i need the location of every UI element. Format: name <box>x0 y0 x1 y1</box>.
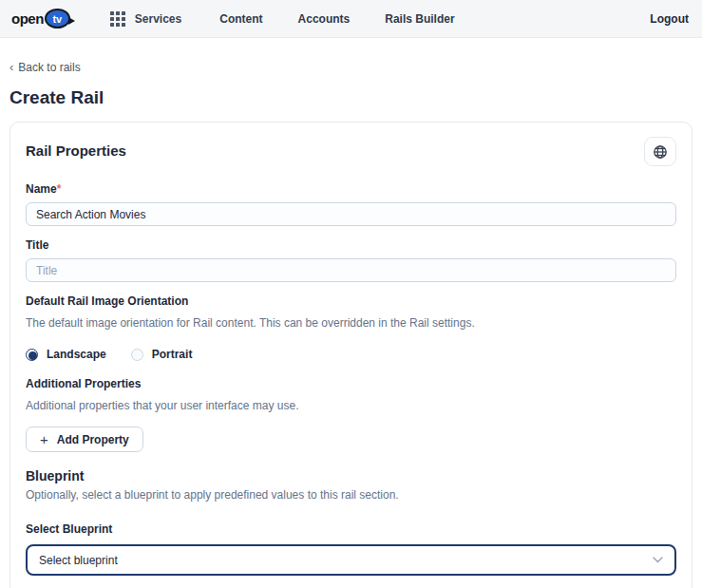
top-navbar: open tv Services Content Accounts Rails … <box>0 0 702 38</box>
localization-button[interactable] <box>644 137 676 166</box>
services-menu[interactable]: Services <box>110 11 181 27</box>
back-to-rails-link[interactable]: ‹ Back to rails <box>9 60 81 74</box>
additional-properties-label: Additional Properties <box>26 377 676 390</box>
nav-item-accounts[interactable]: Accounts <box>298 12 351 26</box>
blueprint-section-title: Blueprint <box>26 468 676 484</box>
select-blueprint-label: Select Blueprint <box>26 522 676 536</box>
additional-properties-description: Additional properties that your user int… <box>26 399 676 412</box>
radio-circle-icon <box>26 349 38 361</box>
name-label-text: Name <box>26 182 57 196</box>
radio-landscape[interactable]: Landscape <box>26 348 106 361</box>
chevron-down-icon <box>653 557 663 563</box>
logo-text-tv: tv <box>52 13 62 25</box>
opentv-logo[interactable]: open tv <box>11 9 70 28</box>
orientation-description: The default image orientation for Rail c… <box>26 316 676 330</box>
plus-icon: + <box>40 432 48 446</box>
nav-item-content[interactable]: Content <box>219 12 262 26</box>
back-link-label: Back to rails <box>18 61 80 74</box>
apps-grid-icon <box>110 11 125 27</box>
services-label: Services <box>135 12 181 26</box>
orientation-label: Default Rail Image Orientation <box>26 294 676 308</box>
globe-icon <box>653 144 668 160</box>
card-header: Rail Properties <box>26 137 676 166</box>
logo-tv-badge: tv <box>45 9 70 28</box>
chevron-left-icon: ‹ <box>9 60 13 74</box>
title-input[interactable] <box>26 258 676 282</box>
blueprint-select-value: Select blueprint <box>39 554 118 567</box>
name-field-label: Name* <box>26 182 676 196</box>
orientation-radio-group: Landscape Portrait <box>26 348 676 361</box>
rail-properties-card: Rail Properties Name* Title Default Rail… <box>9 122 693 588</box>
title-field-label: Title <box>26 238 676 252</box>
logo-text-open: open <box>11 10 44 27</box>
logout-button[interactable]: Logout <box>650 12 689 26</box>
blueprint-description: Optionally, select a blueprint to apply … <box>26 488 676 502</box>
radio-portrait[interactable]: Portrait <box>131 348 193 361</box>
add-property-button[interactable]: + Add Property <box>26 427 143 452</box>
page-title: Create Rail <box>9 87 693 108</box>
nav-item-rails-builder[interactable]: Rails Builder <box>385 12 454 26</box>
radio-portrait-label: Portrait <box>152 348 193 361</box>
rail-properties-title: Rail Properties <box>26 142 126 159</box>
required-asterisk: * <box>57 182 62 196</box>
radio-landscape-label: Landscape <box>47 348 106 361</box>
name-input[interactable] <box>26 202 676 226</box>
blueprint-select[interactable]: Select blueprint <box>26 544 676 576</box>
page-content: ‹ Back to rails Create Rail Rail Propert… <box>0 38 702 588</box>
radio-circle-icon <box>131 349 143 361</box>
nav-links: Content Accounts Rails Builder <box>219 12 454 26</box>
add-property-label: Add Property <box>57 433 129 446</box>
